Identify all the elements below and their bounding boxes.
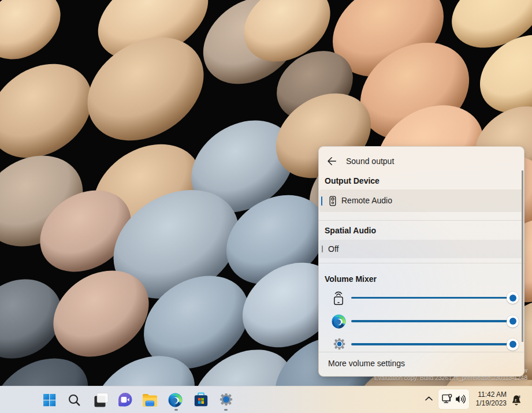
svg-text:z: z bbox=[518, 394, 520, 399]
